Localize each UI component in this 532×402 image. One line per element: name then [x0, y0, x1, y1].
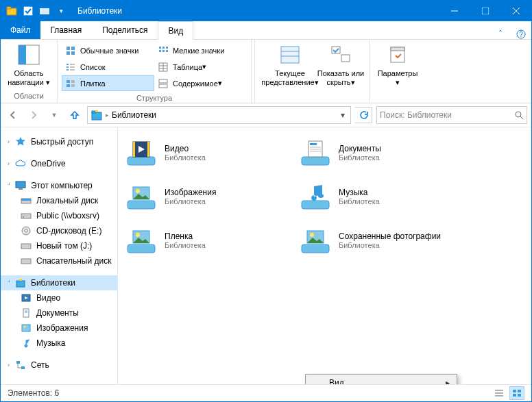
ribbon-collapse-button[interactable]: ˆ [490, 29, 511, 39]
app-icon [5, 4, 19, 18]
status-details-view[interactable] [492, 386, 507, 400]
nav-pane-button[interactable]: Область навигации ▾ [3, 41, 54, 90]
svg-rect-43 [332, 47, 340, 53]
svg-rect-75 [128, 157, 155, 165]
view-table[interactable]: Таблица ▾ [154, 59, 247, 75]
nav-local-disk[interactable]: Локальный диск [1, 193, 117, 208]
titlebar: ▾ Библиотеки [1, 1, 531, 21]
svg-text:?: ? [519, 31, 523, 38]
minimize-button[interactable] [439, 1, 470, 21]
nav-this-pc[interactable]: ›Этот компьютер [1, 178, 117, 193]
nav-new-volume[interactable]: Новый том (J:) [1, 238, 117, 253]
up-button[interactable] [66, 107, 83, 123]
qat-checkbox-icon[interactable] [21, 4, 35, 18]
svg-rect-62 [16, 281, 25, 287]
nav-lib-images[interactable]: Изображения [1, 321, 117, 336]
address-dropdown-icon[interactable]: ▾ [338, 110, 348, 120]
svg-rect-63 [19, 279, 22, 281]
nav-rescue[interactable]: Спасательный диск [1, 253, 117, 268]
tab-share[interactable]: Поделиться [92, 21, 158, 39]
svg-rect-18 [166, 47, 168, 49]
tab-home[interactable]: Главная [40, 21, 93, 39]
svg-rect-86 [128, 201, 155, 209]
svg-rect-60 [21, 244, 31, 249]
nav-lib-music[interactable]: Музыка [1, 336, 117, 351]
svg-rect-55 [21, 199, 31, 201]
svg-rect-102 [513, 390, 516, 392]
tab-file[interactable]: Файл [1, 21, 40, 39]
close-button[interactable] [500, 1, 531, 21]
svg-rect-22 [66, 64, 69, 65]
svg-rect-44 [341, 55, 350, 62]
nav-network[interactable]: ›Сеть [1, 357, 117, 373]
svg-rect-17 [162, 47, 165, 49]
maximize-button[interactable] [470, 1, 500, 21]
status-icons-view[interactable] [509, 386, 524, 400]
qat-dropdown-icon[interactable]: ▾ [54, 4, 68, 18]
svg-rect-15 [71, 51, 75, 55]
breadcrumb-location[interactable]: Библиотеки [112, 110, 156, 120]
view-content[interactable]: Содержимое ▾ [154, 75, 247, 91]
ctx-view[interactable]: Вид [306, 375, 457, 384]
library-film[interactable]: ПленкаБиблиотека [125, 226, 296, 255]
svg-point-57 [23, 216, 24, 218]
options-label: Параметры [378, 69, 418, 77]
view-medium-icons[interactable]: Обычные значки [62, 42, 154, 58]
drive-icon [20, 194, 32, 207]
svg-rect-13 [71, 47, 75, 50]
svg-rect-21 [166, 50, 168, 52]
forward-button[interactable] [25, 107, 42, 123]
library-video[interactable]: ВидеоБиблиотека [125, 138, 296, 167]
svg-point-50 [516, 112, 521, 117]
view-tiles[interactable]: Плитка [62, 75, 154, 91]
nav-quick-access[interactable]: ›Быстрый доступ [1, 134, 117, 149]
library-saved-photos[interactable]: Сохраненные фотографииБиблиотека [299, 226, 470, 255]
back-button[interactable] [5, 107, 21, 123]
nav-public[interactable]: Public (\\vboxsrv) [1, 208, 117, 223]
nav-lib-docs[interactable]: Документы [1, 305, 117, 321]
svg-rect-12 [66, 47, 70, 50]
svg-rect-77 [133, 142, 135, 157]
svg-rect-82 [310, 143, 317, 145]
star-icon [14, 136, 27, 148]
music-library-icon [299, 182, 332, 211]
address-bar[interactable]: ▸ Библиотеки ▾ [87, 106, 351, 124]
search-input[interactable]: Поиск: Библиотеки [376, 106, 527, 124]
drive-icon [20, 255, 32, 267]
nav-libraries[interactable]: ›Библиотеки [1, 275, 117, 290]
images-library-icon [125, 182, 158, 211]
svg-rect-2 [24, 7, 32, 15]
recent-button[interactable]: ▼ [46, 107, 62, 123]
view-small-icons[interactable]: Мелкие значки [154, 42, 247, 58]
svg-rect-91 [128, 244, 155, 253]
svg-rect-71 [16, 361, 20, 364]
library-images[interactable]: ИзображенияБиблиотека [125, 182, 296, 211]
svg-point-88 [136, 189, 140, 193]
library-documents[interactable]: ДокументыБиблиотека [299, 138, 470, 167]
svg-rect-3 [40, 8, 49, 14]
svg-rect-53 [19, 188, 23, 190]
qat-folder-icon[interactable] [38, 4, 51, 18]
show-hide-button[interactable]: Показать или скрыть▾ [315, 41, 366, 90]
svg-rect-38 [159, 79, 167, 83]
svg-point-70 [24, 326, 26, 328]
library-music[interactable]: МузыкаБиблиотека [299, 182, 470, 211]
nav-cd[interactable]: CD-дисковод (E:) [1, 223, 117, 238]
help-button[interactable]: ? [511, 29, 531, 39]
view-list[interactable]: Список [62, 59, 154, 75]
libraries-icon [90, 109, 103, 121]
network-icon [14, 359, 27, 371]
options-button[interactable]: Параметры▾ [372, 41, 423, 90]
group-panes-label: Области [3, 90, 54, 101]
refresh-button[interactable] [355, 107, 372, 123]
content-area[interactable]: ВидеоБиблиотека ДокументыБиблиотека Изоб… [118, 127, 531, 384]
current-view-button[interactable]: Текущее представление▾ [265, 41, 315, 90]
svg-point-90 [318, 194, 324, 198]
svg-rect-47 [92, 112, 101, 120]
nav-onedrive[interactable]: ›OneDrive [1, 156, 117, 171]
cloud-icon [14, 158, 27, 170]
tab-view[interactable]: Вид [158, 21, 193, 40]
cd-icon [20, 225, 32, 237]
svg-rect-61 [21, 259, 31, 264]
nav-lib-video[interactable]: Видео [1, 290, 117, 305]
